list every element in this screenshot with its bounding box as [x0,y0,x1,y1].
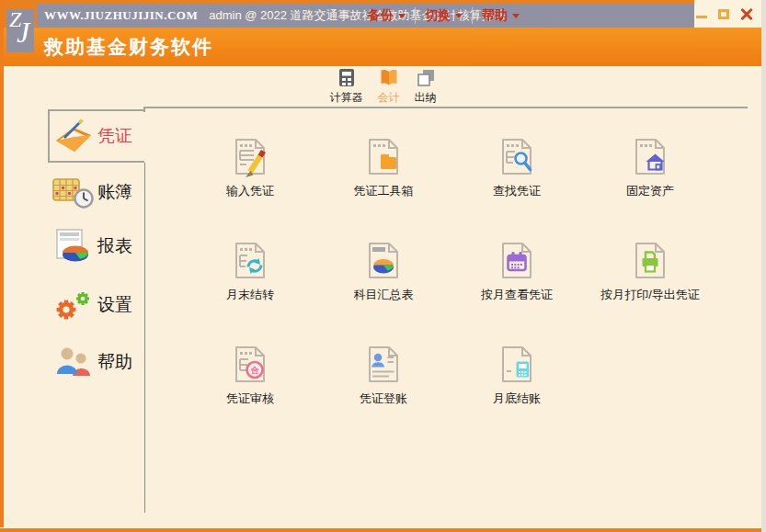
toolbar-item-accounting[interactable]: 会计 [378,68,400,106]
menubar: WWW.JIUZHUJIJIN.COM admin @ 2022 道路交通事故社… [37,4,694,28]
document-search-icon [496,136,538,178]
menu-group: 备份 切换 帮助 [359,4,529,28]
action-month-end-closing[interactable]: 月底结账 [452,344,581,407]
accounting-book-icon [379,68,399,88]
menu-help-label: 帮助 [482,7,508,24]
menu-backup-label: 备份 [368,7,394,24]
action-label: 凭证登账 [360,391,407,407]
window-border-bottom [0,528,766,532]
app-header: 救助基金财务软件 [4,28,761,66]
action-voucher-posting[interactable]: 凭证登账 [319,344,448,407]
chevron-down-icon [398,14,406,18]
sidebar-item-ledgers[interactable]: 账簿 [50,168,145,216]
app-window: WWW.JIUZHUJIJIN.COM admin @ 2022 道路交通事故社… [0,0,766,532]
action-input-voucher[interactable]: 输入凭证 [186,136,314,199]
ledger-clock-icon [51,174,97,210]
document-calculator-icon [496,344,538,386]
action-label: 月末结转 [226,287,274,303]
sidebar-item-reports[interactable]: 报表 [50,222,145,270]
maximize-button[interactable] [717,6,732,21]
svg-text:合: 合 [251,366,260,375]
minimize-icon [696,16,707,18]
window-border-right [761,0,766,532]
close-button[interactable] [739,6,754,21]
sidebar-item-settings[interactable]: 设置 [50,281,145,329]
sidebar-item-label: 设置 [97,293,132,317]
chevron-down-icon [455,14,463,18]
action-label: 按月打印/导出凭证 [600,287,700,303]
action-label: 输入凭证 [226,183,274,199]
sidebar-item-label: 账簿 [97,180,132,204]
menu-backup[interactable]: 备份 [359,7,416,24]
sidebar-item-label: 凭证 [97,124,132,148]
action-find-voucher[interactable]: 查找凭证 [452,136,581,199]
chevron-down-icon [512,14,520,18]
sidebar-item-label: 帮助 [97,350,132,374]
sidebar-item-label: 报表 [97,234,132,258]
action-account-summary[interactable]: 科目汇总表 [319,240,448,303]
toolbar-item-label: 会计 [378,90,400,106]
website-text: WWW.JIUZHUJIJIN.COM [44,8,198,23]
document-piechart-icon [362,240,405,282]
action-fixed-assets[interactable]: 固定资产 [586,136,715,199]
maximize-icon [718,9,729,19]
action-voucher-review[interactable]: 合 凭证审核 [186,344,314,407]
action-label: 凭证审核 [226,391,274,407]
sidebar-item-help[interactable]: 帮助 [50,338,145,386]
app-logo: Z J [6,9,34,52]
menu-switch[interactable]: 切换 [416,7,473,24]
action-month-end-carryover[interactable]: 月末结转 [186,240,314,303]
document-calendar-icon [496,240,538,282]
titlebar: WWW.JIUZHUJIJIN.COM admin @ 2022 道路交通事故社… [0,0,766,28]
voucher-folder-icon [51,117,97,155]
toolbar-item-calculator[interactable]: 计算器 [330,68,363,106]
content-top-border [144,107,748,108]
logo-letter-j: J [17,16,29,50]
action-voucher-toolbox[interactable]: 凭证工具箱 [319,136,448,199]
action-label: 按月查看凭证 [481,287,553,303]
document-pencil-icon [229,136,271,178]
minimize-button[interactable] [694,6,709,21]
action-label: 科目汇总表 [354,287,414,303]
document-house-icon [629,136,671,178]
document-folder-icon [362,136,405,178]
calculator-icon [337,68,357,88]
document-printer-icon [629,240,671,282]
action-label: 查找凭证 [493,183,541,199]
toolbar-item-label: 计算器 [330,90,363,106]
window-border-left [0,0,4,532]
sidebar-item-voucher[interactable]: 凭证 [48,109,144,163]
document-refresh-icon [229,240,271,282]
page-title: 救助基金财务软件 [44,34,213,60]
toolbar: 计算器 会计 出纳 [0,68,766,106]
report-pie-icon [52,228,95,265]
action-print-export-by-month[interactable]: 按月打印/导出凭证 [586,240,715,303]
action-label: 固定资产 [626,183,674,199]
action-label: 凭证工具箱 [354,183,414,199]
action-view-vouchers-by-month[interactable]: 按月查看凭证 [452,240,581,303]
window-controls [694,0,761,28]
people-icon [52,344,95,380]
action-label: 月底结账 [493,391,541,407]
gears-icon [52,287,95,323]
close-icon [740,7,753,20]
toolbar-item-cashier[interactable]: 出纳 [415,68,437,106]
document-stamp-icon: 合 [229,344,271,386]
menu-switch-label: 切换 [425,7,451,24]
cashier-card-icon [416,68,436,88]
document-user-icon [362,344,405,386]
toolbar-item-label: 出纳 [415,90,437,106]
menu-help[interactable]: 帮助 [473,7,529,24]
